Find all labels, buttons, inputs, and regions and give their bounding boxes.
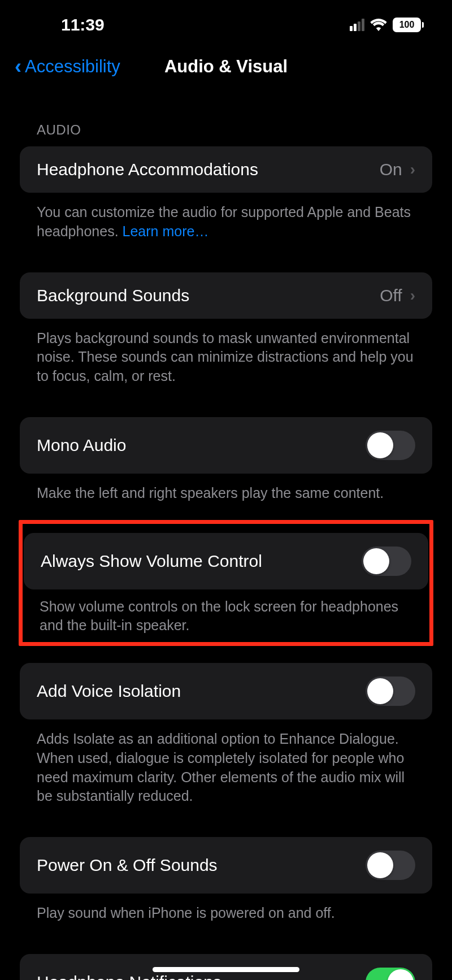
toggle-mono-audio[interactable]: [366, 431, 415, 460]
chevron-left-icon: ‹: [15, 55, 21, 79]
row-label: Power On & Off Sounds: [37, 856, 218, 875]
row-label: Always Show Volume Control: [41, 552, 262, 571]
back-button[interactable]: ‹ Accessibility: [15, 55, 120, 79]
row-label: Headphone Accommodations: [37, 160, 258, 179]
row-label: Mono Audio: [37, 436, 126, 455]
wifi-icon: [370, 19, 387, 31]
row-label: Background Sounds: [37, 286, 189, 305]
row-always-show-volume-control: Always Show Volume Control: [24, 533, 428, 589]
footer-voice-isolation: Adds Isolate as an additional option to …: [20, 719, 432, 806]
footer-power-sounds: Play sound when iPhone is powered on and…: [20, 894, 432, 923]
learn-more-link[interactable]: Learn more…: [123, 223, 209, 239]
row-value: Off: [380, 286, 402, 305]
status-bar: 11:39 100: [0, 0, 452, 45]
nav-bar: ‹ Accessibility Audio & Visual: [0, 45, 452, 94]
row-label: Add Voice Isolation: [37, 682, 181, 701]
row-power-sounds: Power On & Off Sounds: [20, 837, 432, 894]
page-title: Audio & Visual: [164, 57, 288, 77]
back-label: Accessibility: [25, 57, 120, 77]
row-add-voice-isolation: Add Voice Isolation: [20, 663, 432, 719]
home-indicator[interactable]: [153, 967, 299, 972]
battery-icon: 100: [393, 18, 424, 32]
toggle-voice-isolation[interactable]: [366, 677, 415, 706]
row-headphone-accommodations[interactable]: Headphone Accommodations On ›: [20, 146, 432, 193]
row-label: Headphone Notifications: [37, 973, 221, 980]
toggle-volume-control[interactable]: [362, 547, 411, 576]
chevron-right-icon: ›: [410, 287, 415, 305]
row-background-sounds[interactable]: Background Sounds Off ›: [20, 272, 432, 319]
row-value: On: [380, 160, 402, 179]
row-mono-audio: Mono Audio: [20, 417, 432, 474]
cellular-signal-icon: [350, 19, 364, 31]
footer-mono-audio: Make the left and right speakers play th…: [20, 474, 432, 503]
chevron-right-icon: ›: [410, 161, 415, 179]
toggle-headphone-notifications[interactable]: [366, 968, 415, 980]
footer-background-sounds: Plays background sounds to mask unwanted…: [20, 319, 432, 386]
section-header-audio: AUDIO: [20, 94, 432, 146]
toggle-power-sounds[interactable]: [366, 851, 415, 880]
status-time: 11:39: [61, 15, 105, 34]
footer-headphone-accom: You can customize the audio for supporte…: [20, 193, 432, 241]
footer-volume-control: Show volume controls on the lock screen …: [23, 589, 429, 636]
highlight-annotation: Always Show Volume Control Show volume c…: [19, 520, 433, 647]
status-icons: 100: [350, 18, 424, 32]
